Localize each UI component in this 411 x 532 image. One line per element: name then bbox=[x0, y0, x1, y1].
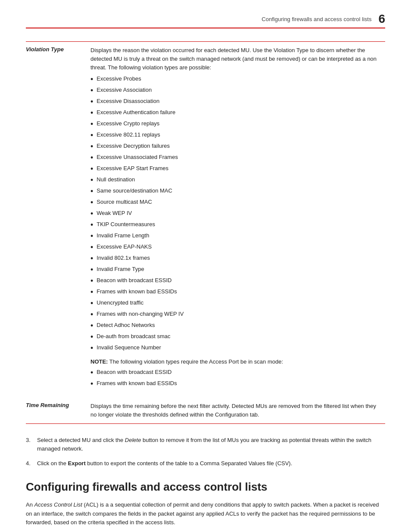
list-item: Weak WEP IV bbox=[90, 209, 379, 220]
list-item: Source multicast MAC bbox=[90, 198, 379, 208]
list-item: Excessive EAP Start Frames bbox=[90, 164, 379, 175]
table-row-violation: Violation Type Displays the reason the v… bbox=[26, 42, 385, 398]
list-item: Frames with non-changing WEP IV bbox=[90, 310, 379, 320]
field-label-violation: Violation Type bbox=[26, 42, 90, 398]
list-item: Detect Adhoc Networks bbox=[90, 321, 379, 332]
list-item: Excessive EAP-NAKS bbox=[90, 243, 379, 253]
list-item: Excessive Crypto replays bbox=[90, 119, 379, 130]
page-container: Configuring firewalls and access control… bbox=[0, 0, 411, 532]
violation-note: NOTE: The following violation types requ… bbox=[90, 358, 379, 390]
step-3-number: 3. bbox=[26, 436, 37, 445]
violation-note-bullets: Beacon with broadcast ESSIDFrames with k… bbox=[90, 368, 379, 390]
list-item: TKIP Countermeasures bbox=[90, 220, 379, 231]
list-item: Unencrypted traffic bbox=[90, 299, 379, 309]
list-item: Excessive Unassociated Frames bbox=[90, 153, 379, 164]
field-content-time: Displays the time remaining before the n… bbox=[90, 398, 385, 424]
page-number: 6 bbox=[378, 13, 385, 25]
list-item: Beacon with broadcast ESSID bbox=[90, 276, 379, 287]
table-row-time: Time Remaining Displays the time remaini… bbox=[26, 398, 385, 424]
list-item: Excessive Decryption failures bbox=[90, 142, 379, 152]
list-item: Null destination bbox=[90, 175, 379, 186]
step-3: 3. Select a detected MU and click the De… bbox=[26, 436, 385, 453]
field-label-time: Time Remaining bbox=[26, 398, 90, 424]
list-item: Invalid Frame Type bbox=[90, 265, 379, 276]
list-item: De-auth from broadcast smac bbox=[90, 332, 379, 343]
list-item: Invalid Frame Length bbox=[90, 231, 379, 242]
steps-container: 3. Select a detected MU and click the De… bbox=[26, 436, 385, 468]
step-4-text: Click on the Export button to export the… bbox=[37, 459, 385, 468]
list-item: Frames with known bad ESSIDs bbox=[90, 379, 379, 390]
section-heading: Configuring firewalls and access control… bbox=[26, 480, 385, 494]
list-item: Excessive Disassociation bbox=[90, 97, 379, 108]
violation-bullets: Excessive ProbesExcessive AssociationExc… bbox=[90, 75, 379, 354]
list-item: Frames with known bad ESSIDs bbox=[90, 287, 379, 298]
list-item: Excessive Probes bbox=[90, 75, 379, 85]
step-4: 4. Click on the Export button to export … bbox=[26, 459, 385, 468]
doc-table: Violation Type Displays the reason the v… bbox=[26, 41, 385, 424]
list-item: Excessive 802.11 replays bbox=[90, 131, 379, 141]
field-content-violation: Displays the reason the violation occurr… bbox=[90, 42, 385, 398]
list-item: Invalid Sequence Number bbox=[90, 343, 379, 354]
violation-description: Displays the reason the violation occurr… bbox=[90, 46, 379, 390]
page-header: Configuring firewalls and access control… bbox=[26, 13, 385, 28]
list-item: Same source/destination MAC bbox=[90, 187, 379, 197]
list-item: Invalid 802.1x frames bbox=[90, 254, 379, 264]
header-title: Configuring firewalls and access control… bbox=[262, 16, 371, 22]
list-item: Beacon with broadcast ESSID bbox=[90, 368, 379, 379]
list-item: Excessive Association bbox=[90, 86, 379, 96]
section-body: An Access Control List (ACL) is a a sequ… bbox=[26, 501, 385, 527]
time-description: Displays the time remaining before the n… bbox=[90, 402, 379, 419]
list-item: Excessive Authentication failure bbox=[90, 108, 379, 119]
step-3-text: Select a detected MU and click the Delet… bbox=[37, 436, 385, 453]
step-4-number: 4. bbox=[26, 459, 37, 468]
